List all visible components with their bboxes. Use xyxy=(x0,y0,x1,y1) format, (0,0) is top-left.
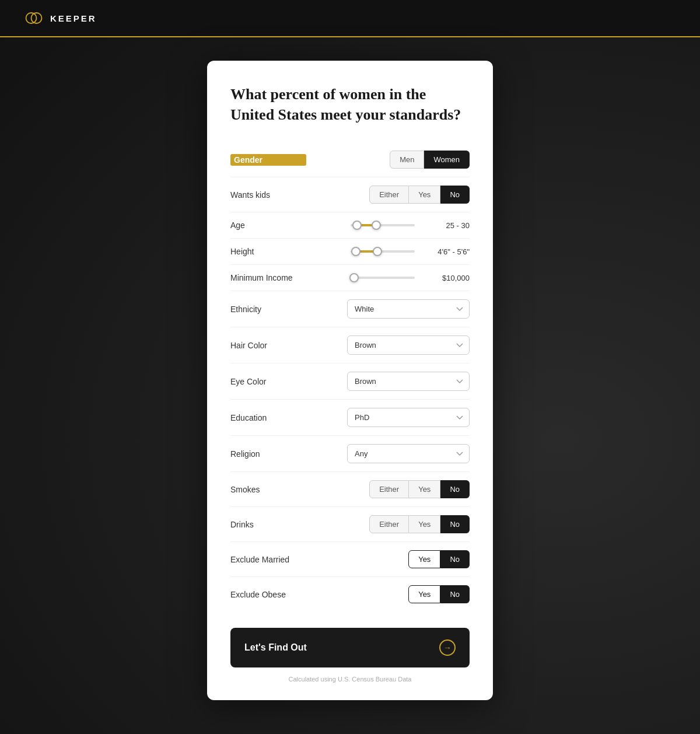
religion-label: Religion xyxy=(230,449,306,459)
age-row: Age 25 - 30 xyxy=(230,212,470,239)
drinks-no-button[interactable]: No xyxy=(440,515,470,533)
exclude-married-no-button[interactable]: No xyxy=(440,550,470,568)
height-row: Height 4'6" - 5'6" xyxy=(230,239,470,265)
gender-women-button[interactable]: Women xyxy=(424,151,470,169)
gender-men-button[interactable]: Men xyxy=(390,151,424,169)
smokes-toggle-group: Either Yes No xyxy=(369,480,470,498)
eye-color-select[interactable]: Any Brown Blue Green Hazel Other xyxy=(347,372,470,391)
age-value: 25 - 30 xyxy=(423,221,470,230)
height-slider-thumb-right[interactable] xyxy=(373,247,382,256)
hair-color-label: Hair Color xyxy=(230,341,306,350)
drinks-yes-button[interactable]: Yes xyxy=(409,515,440,533)
min-income-slider-wrap: $10,000 xyxy=(351,274,470,282)
ethnicity-label: Ethnicity xyxy=(230,305,306,314)
ethnicity-row: Ethnicity Any White Black Hispanic Asian… xyxy=(230,291,470,327)
education-row: Education Any High School Some College B… xyxy=(230,400,470,436)
census-note: Calculated using U.S. Census Bureau Data xyxy=(230,676,470,683)
height-slider-wrap: 4'6" - 5'6" xyxy=(351,247,470,256)
drinks-row: Drinks Either Yes No xyxy=(230,507,470,542)
eye-color-row: Eye Color Any Brown Blue Green Hazel Oth… xyxy=(230,363,470,400)
height-slider-thumb-left[interactable] xyxy=(351,247,360,256)
hair-color-select[interactable]: Any Brown Blonde Black Red Other xyxy=(347,335,470,355)
height-slider-track[interactable] xyxy=(351,250,415,253)
exclude-obese-no-button[interactable]: No xyxy=(440,585,470,603)
height-label: Height xyxy=(230,247,306,256)
gender-label: Gender xyxy=(230,154,306,166)
education-label: Education xyxy=(230,413,306,422)
smokes-label: Smokes xyxy=(230,485,306,494)
age-slider-track[interactable] xyxy=(351,224,415,226)
religion-row: Religion Any Christian Catholic Jewish M… xyxy=(230,436,470,472)
religion-select[interactable]: Any Christian Catholic Jewish Muslim Oth… xyxy=(347,444,470,463)
min-income-slider-thumb[interactable] xyxy=(349,273,359,282)
eye-color-label: Eye Color xyxy=(230,377,306,386)
smokes-either-button[interactable]: Either xyxy=(369,480,409,498)
gender-toggle-group: Men Women xyxy=(390,151,470,169)
exclude-obese-label: Exclude Obese xyxy=(230,590,306,599)
height-value: 4'6" - 5'6" xyxy=(423,247,470,256)
logo-icon xyxy=(23,8,44,29)
exclude-married-row: Exclude Married Yes No xyxy=(230,542,470,577)
min-income-label: Minimum Income xyxy=(230,273,306,282)
drinks-either-button[interactable]: Either xyxy=(369,515,409,533)
submit-arrow-icon: → xyxy=(439,639,456,656)
age-slider-thumb-right[interactable] xyxy=(372,221,381,230)
logo: KEEPER xyxy=(23,8,97,29)
submit-button[interactable]: Let's Find Out → xyxy=(230,628,470,667)
min-income-slider-track[interactable] xyxy=(351,277,415,279)
wants-kids-row: Wants kids Either Yes No xyxy=(230,177,470,212)
wants-kids-no-button[interactable]: No xyxy=(440,186,470,204)
min-income-value: $10,000 xyxy=(423,274,470,282)
age-label: Age xyxy=(230,221,306,230)
smokes-row: Smokes Either Yes No xyxy=(230,472,470,507)
wants-kids-toggle-group: Either Yes No xyxy=(369,186,470,204)
smokes-yes-button[interactable]: Yes xyxy=(409,480,440,498)
exclude-obese-toggle-group: Yes No xyxy=(408,585,470,603)
education-select[interactable]: Any High School Some College Bachelor's … xyxy=(347,408,470,427)
wants-kids-either-button[interactable]: Either xyxy=(369,186,409,204)
main-card: What percent of women in the United Stat… xyxy=(207,61,493,700)
age-slider-wrap: 25 - 30 xyxy=(351,221,470,230)
drinks-label: Drinks xyxy=(230,520,306,529)
hair-color-row: Hair Color Any Brown Blonde Black Red Ot… xyxy=(230,327,470,363)
header: KEEPER xyxy=(0,0,700,37)
exclude-obese-yes-button[interactable]: Yes xyxy=(408,585,440,603)
drinks-toggle-group: Either Yes No xyxy=(369,515,470,533)
exclude-married-label: Exclude Married xyxy=(230,555,306,564)
smokes-no-button[interactable]: No xyxy=(440,480,470,498)
submit-label: Let's Find Out xyxy=(244,642,307,653)
exclude-married-yes-button[interactable]: Yes xyxy=(408,550,440,568)
gender-row: Gender Men Women xyxy=(230,142,470,177)
min-income-row: Minimum Income $10,000 xyxy=(230,265,470,291)
page-title: What percent of women in the United Stat… xyxy=(230,84,470,125)
wants-kids-label: Wants kids xyxy=(230,190,306,200)
ethnicity-select[interactable]: Any White Black Hispanic Asian Other xyxy=(347,299,470,319)
page-content: What percent of women in the United Stat… xyxy=(0,37,700,734)
logo-text: KEEPER xyxy=(50,13,97,23)
exclude-married-toggle-group: Yes No xyxy=(408,550,470,568)
wants-kids-yes-button[interactable]: Yes xyxy=(409,186,440,204)
age-slider-thumb-left[interactable] xyxy=(352,221,362,230)
exclude-obese-row: Exclude Obese Yes No xyxy=(230,577,470,611)
